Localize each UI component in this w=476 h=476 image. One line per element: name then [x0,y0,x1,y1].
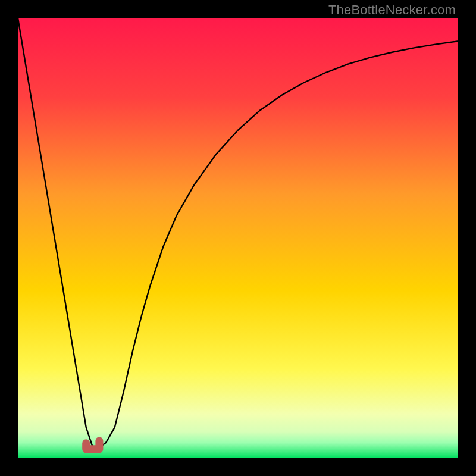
gradient-background [18,18,458,458]
watermark-text: TheBottleNecker.com [328,2,456,18]
chart-frame [18,18,458,458]
chart-svg [18,18,458,458]
